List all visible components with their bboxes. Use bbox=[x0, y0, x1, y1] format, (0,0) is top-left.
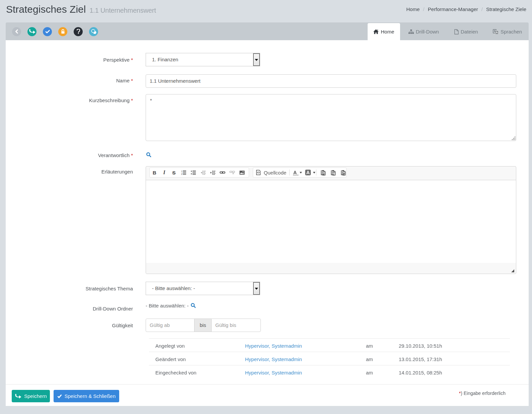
svg-text:1: 1 bbox=[181, 170, 182, 172]
svg-text:A: A bbox=[293, 169, 297, 175]
svg-text:2: 2 bbox=[181, 173, 182, 175]
svg-text:A: A bbox=[306, 170, 310, 175]
